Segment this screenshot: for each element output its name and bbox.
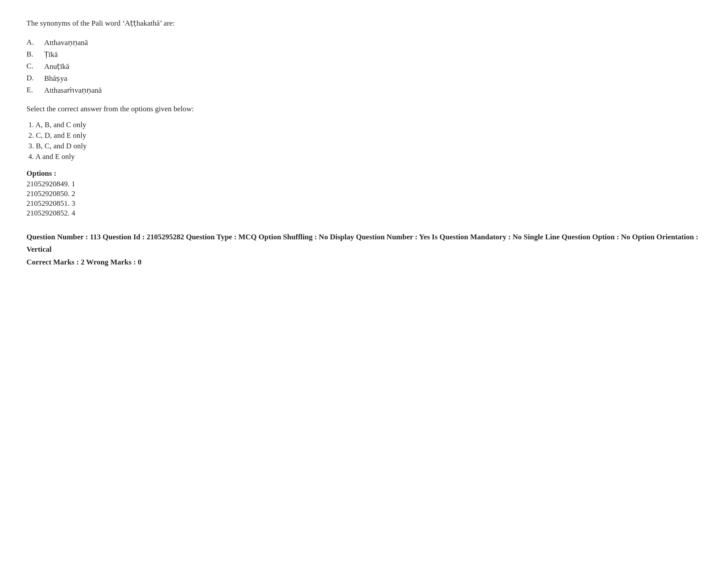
options-heading: Options :: [26, 169, 702, 178]
choice-e: E. Atthasaṁvaṇṇanā: [26, 86, 702, 95]
answer-option-4: 4. A and E only: [26, 152, 702, 161]
choices-list: A. Atthavaṇṇanā B. Ṭīkā C. Anuṭīkā D. Bh…: [26, 38, 702, 95]
numbered-option-4-text: 21052920852. 4: [26, 209, 75, 217]
answer-option-4-text: 4. A and E only: [26, 152, 75, 161]
choice-b-text: Ṭīkā: [44, 50, 58, 59]
answer-options-list: 1. A, B, and C only 2. C, D, and E only …: [26, 121, 702, 161]
choice-c-text: Anuṭīkā: [44, 62, 69, 71]
numbered-option-2: 21052920850. 2: [26, 189, 702, 198]
choice-c-label: C.: [26, 62, 35, 71]
question-container: The synonyms of the Pali word ‘Aṭṭhakath…: [26, 18, 702, 269]
question-text: The synonyms of the Pali word ‘Aṭṭhakath…: [26, 18, 702, 29]
meta-line2: Correct Marks : 2 Wrong Marks : 0: [26, 256, 702, 269]
choice-a-label: A.: [26, 38, 35, 47]
choice-d-text: Bhāṣya: [44, 74, 67, 83]
answer-option-2-text: 2. C, D, and E only: [26, 131, 86, 140]
numbered-options-list: 21052920849. 1 21052920850. 2 2105292085…: [26, 180, 702, 218]
choice-b-label: B.: [26, 50, 35, 59]
choice-b: B. Ṭīkā: [26, 50, 702, 59]
answer-option-2: 2. C, D, and E only: [26, 131, 702, 140]
numbered-option-2-text: 21052920850. 2: [26, 189, 75, 198]
choice-a: A. Atthavaṇṇanā: [26, 38, 702, 47]
meta-line1: Question Number : 113 Question Id : 2105…: [26, 231, 702, 257]
choice-a-text: Atthavaṇṇanā: [44, 38, 88, 47]
choice-d-label: D.: [26, 74, 35, 83]
numbered-option-3-text: 21052920851. 3: [26, 199, 75, 208]
meta-info: Question Number : 113 Question Id : 2105…: [26, 231, 702, 269]
numbered-option-4: 21052920852. 4: [26, 209, 702, 218]
choice-d: D. Bhāṣya: [26, 74, 702, 83]
answer-option-3-text: 3. B, C, and D only: [26, 142, 86, 150]
select-prompt: Select the correct answer from the optio…: [26, 105, 702, 113]
numbered-option-1-text: 21052920849. 1: [26, 180, 75, 188]
choice-c: C. Anuṭīkā: [26, 62, 702, 71]
numbered-option-1: 21052920849. 1: [26, 180, 702, 189]
numbered-option-3: 21052920851. 3: [26, 199, 702, 208]
answer-option-1: 1. A, B, and C only: [26, 121, 702, 129]
choice-e-label: E.: [26, 86, 35, 95]
choice-e-text: Atthasaṁvaṇṇanā: [44, 86, 102, 95]
answer-option-1-text: 1. A, B, and C only: [26, 121, 86, 129]
answer-option-3: 3. B, C, and D only: [26, 142, 702, 151]
